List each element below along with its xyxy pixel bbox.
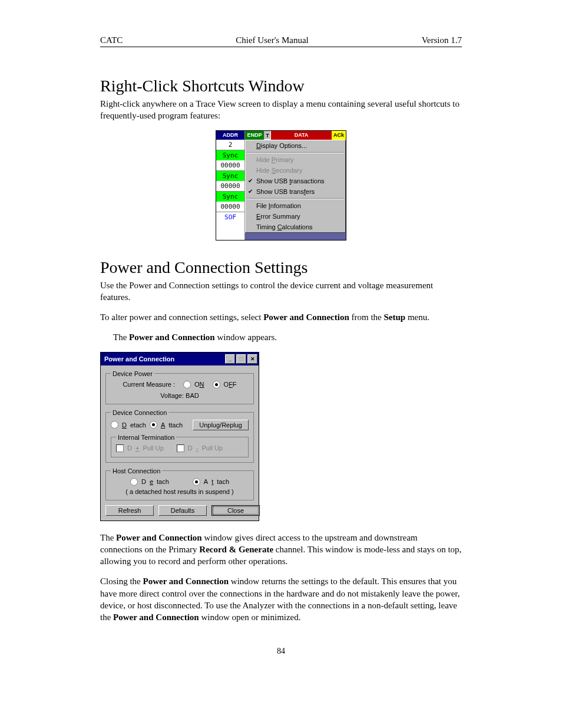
menu-item-hide-secondary: Hide Secondary — [246, 165, 345, 176]
header-center: Chief User's Manual — [236, 35, 309, 45]
zeros-cell: 00000 — [216, 181, 244, 191]
radio-device-attach[interactable]: Attach — [150, 421, 183, 429]
checkbox-dminus-pullup: D- Pull Up — [177, 444, 223, 452]
dialog-figure: Power and Connection _ □ ✕ Device Power … — [100, 352, 462, 521]
paragraph-rcs-intro: Right-click anywhere on a Trace View scr… — [100, 98, 462, 122]
group-device-connection: Device Connection Detach Attach Unplug/R… — [105, 409, 254, 463]
checkbox-dplus-pullup: D+ Pull Up — [116, 444, 164, 452]
group-internal-termination: Internal Termination D+ Pull Up D- Pull … — [111, 434, 249, 457]
menu-item-show-usb-transactions[interactable]: ✔Show USB transactions — [246, 176, 345, 186]
legend-device-power: Device Power — [111, 370, 154, 377]
zeros-cell: 00000 — [216, 202, 244, 212]
radio-host-attach[interactable]: Attach — [193, 478, 229, 486]
voltage-status: Voltage: BAD — [111, 392, 249, 399]
t-header: T — [264, 131, 271, 140]
paragraph-pc-intro: Use the Power and Connection settings to… — [100, 279, 462, 304]
legend-internal-termination: Internal Termination — [116, 434, 176, 441]
radio-device-detach[interactable]: Detach — [111, 421, 146, 429]
endp-header: ENDP — [245, 131, 264, 140]
defaults-button[interactable]: Defaults — [158, 505, 207, 516]
context-menu-figure: ADDR 2 Sync 00000 Sync 00000 Sync 00000 … — [100, 130, 462, 241]
trace-left-column: ADDR 2 Sync 00000 Sync 00000 Sync 00000 … — [216, 131, 245, 240]
sof-cell: SOF — [216, 212, 244, 222]
refresh-button[interactable]: Refresh — [105, 505, 154, 516]
legend-host-connection: Host Connection — [111, 467, 162, 475]
legend-device-connection: Device Connection — [111, 409, 168, 416]
menu-item-hide-primary: Hide Primary — [246, 154, 345, 165]
page-header: CATC Chief User's Manual Version 1.7 — [100, 35, 462, 47]
paragraph-pc-closing: Closing the Power and Connection window … — [100, 575, 462, 623]
maximize-button[interactable]: □ — [236, 354, 246, 364]
zeros-cell: 00000 — [216, 160, 244, 170]
menu-item-file-information[interactable]: File Information — [246, 200, 345, 211]
label-current-measure: Current Measure : — [123, 381, 175, 388]
menu-item-show-usb-transfers[interactable]: ✔Show USB transfers — [246, 186, 345, 197]
header-left: CATC — [100, 35, 123, 45]
host-note: ( a detached host results in suspend ) — [111, 488, 249, 495]
check-icon: ✔ — [248, 188, 253, 195]
page-number: 84 — [100, 647, 462, 656]
menu-item-display-options[interactable]: Display Options... — [246, 140, 345, 151]
sync-cell: Sync — [216, 192, 244, 202]
sync-cell: Sync — [216, 150, 244, 160]
group-host-connection: Host Connection Detach Attach ( a detach… — [105, 467, 254, 500]
addr-value: 2 — [216, 140, 244, 150]
dialog-title: Power and Connection — [104, 355, 224, 363]
heading-right-click-shortcuts: Right-Click Shortcuts Window — [100, 77, 462, 95]
context-menu: Display Options... Hide Primary Hide Sec… — [245, 140, 346, 233]
radio-host-detach[interactable]: Detach — [130, 478, 169, 486]
addr-header: ADDR — [216, 131, 244, 140]
close-dialog-button[interactable]: Close — [211, 505, 260, 516]
paragraph-pc-appears: The Power and Connection window appears. — [113, 331, 462, 343]
close-button[interactable]: ✕ — [247, 354, 257, 364]
minimize-button[interactable]: _ — [225, 354, 235, 364]
sync-cell: Sync — [216, 171, 244, 181]
dialog-titlebar[interactable]: Power and Connection _ □ ✕ — [101, 353, 259, 365]
paragraph-pc-explain: The Power and Connection window gives di… — [100, 532, 462, 568]
menu-item-error-summary[interactable]: Error Summary — [246, 211, 345, 222]
menu-item-timing-calculations[interactable]: Timing Calculations — [246, 222, 345, 232]
group-device-power: Device Power Current Measure : ON OFF Vo… — [105, 370, 254, 404]
power-connection-dialog: Power and Connection _ □ ✕ Device Power … — [100, 352, 259, 521]
heading-power-connection: Power and Connection Settings — [100, 258, 462, 277]
data-header: DATA — [271, 131, 332, 140]
paragraph-pc-instruction: To alter power and connection settings, … — [100, 311, 462, 323]
check-icon: ✔ — [248, 177, 253, 184]
header-right: Version 1.7 — [422, 35, 462, 45]
trace-top-header: ENDP T DATA ACk — [245, 131, 346, 140]
radio-on[interactable]: ON — [183, 381, 204, 388]
radio-off[interactable]: OFF — [213, 381, 237, 388]
ack-header: ACk — [332, 131, 346, 140]
unplug-replug-button[interactable]: Unplug/Replug — [193, 420, 249, 430]
